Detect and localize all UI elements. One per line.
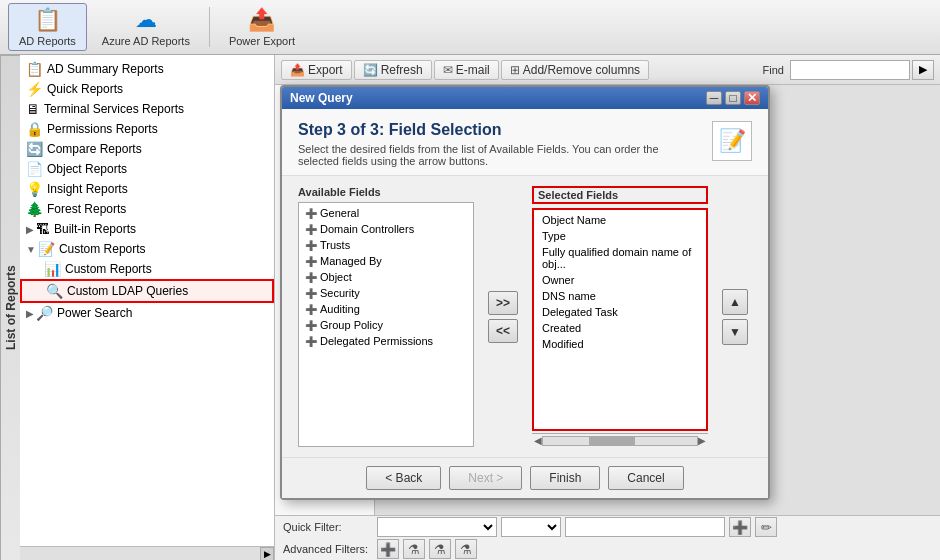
sidebar-item-permissions[interactable]: 🔒 Permissions Reports (20, 119, 274, 139)
export-label: Export (308, 63, 343, 77)
tab-power-export[interactable]: 📤 Power Export (218, 3, 306, 51)
sidebar-item-builtin[interactable]: ▶ 🏗 Built-in Reports (20, 219, 274, 239)
dialog-minimize-button[interactable]: ─ (706, 91, 722, 105)
sidebar-item-custom-reports[interactable]: 📊 Custom Reports (20, 259, 274, 279)
ad-reports-label: AD Reports (19, 35, 76, 47)
scroll-left-arrow[interactable]: ◀ (534, 435, 542, 446)
sidebar-item-forest[interactable]: 🌲 Forest Reports (20, 199, 274, 219)
sidebar-item-label: AD Summary Reports (47, 62, 164, 76)
add-fields-button[interactable]: >> (488, 291, 518, 315)
custom-reports-icon: 📊 (44, 261, 61, 277)
cancel-button[interactable]: Cancel (608, 466, 683, 490)
expand-icon: ➕ (305, 224, 317, 235)
sidebar-item-label: Custom LDAP Queries (67, 284, 188, 298)
dialog-close-button[interactable]: ✕ (744, 91, 760, 105)
back-button[interactable]: < Back (366, 466, 441, 490)
sidebar-item-terminal[interactable]: 🖥 Terminal Services Reports (20, 99, 274, 119)
up-icon: ▲ (729, 295, 741, 309)
scroll-right-btn[interactable]: ▶ (260, 547, 274, 561)
selected-list-scrollbar[interactable]: ◀ ▶ (532, 433, 708, 447)
field-group-dc[interactable]: ➕Domain Controllers (301, 221, 471, 237)
email-icon: ✉ (443, 63, 453, 77)
dialog-header-icon: 📝 (712, 121, 752, 161)
selected-field-dns[interactable]: DNS name (536, 288, 704, 304)
export-button[interactable]: 📤 Export (281, 60, 352, 80)
selected-field-delegated-task[interactable]: Delegated Task (536, 304, 704, 320)
funnel3-icon-btn[interactable]: ⚗ (455, 539, 477, 559)
forest-icon: 🌲 (26, 201, 43, 217)
field-group-grouppolicy[interactable]: ➕Group Policy (301, 317, 471, 333)
custom-group-arrow: ▼ (26, 244, 36, 255)
quick-filter-select[interactable] (377, 517, 497, 537)
sidebar-item-compare[interactable]: 🔄 Compare Reports (20, 139, 274, 159)
refresh-button[interactable]: 🔄 Refresh (354, 60, 432, 80)
funnel2-icon-btn[interactable]: ⚗ (429, 539, 451, 559)
move-down-button[interactable]: ▼ (722, 319, 748, 345)
selected-fields-panel: Selected Fields Object Name Type Fully q… (532, 186, 708, 447)
sidebar-item-custom-ldap[interactable]: 🔍 Custom LDAP Queries (20, 279, 274, 303)
sidebar-item-label: Forest Reports (47, 202, 126, 216)
scroll-thumb (589, 437, 635, 445)
quick-icon: ⚡ (26, 81, 43, 97)
finish-button[interactable]: Finish (530, 466, 600, 490)
remove-icon: << (496, 324, 510, 338)
sidebar-tab[interactable]: List of Reports (0, 55, 20, 560)
find-input[interactable] (790, 60, 910, 80)
next-button[interactable]: Next > (449, 466, 522, 490)
selected-fields-list[interactable]: Object Name Type Fully qualified domain … (532, 208, 708, 431)
sidebar-item-power-search[interactable]: ▶ 🔎 Power Search (20, 303, 274, 323)
field-group-delegated[interactable]: ➕Delegated Permissions (301, 333, 471, 349)
scroll-track[interactable] (542, 436, 698, 446)
sidebar-item-insight[interactable]: 💡 Insight Reports (20, 179, 274, 199)
dialog-maximize-button[interactable]: □ (725, 91, 741, 105)
finish-label: Finish (549, 471, 581, 485)
scroll-track[interactable] (14, 547, 260, 560)
add-remove-button[interactable]: ⊞ Add/Remove columns (501, 60, 649, 80)
add-filter-button[interactable]: ➕ (729, 517, 751, 537)
field-group-general[interactable]: ➕General (301, 205, 471, 221)
selected-field-fqdn[interactable]: Fully qualified domain name of obj... (536, 244, 704, 272)
expand-icon: ➕ (305, 208, 317, 219)
advanced-filter-label: Advanced Filters: (283, 543, 373, 555)
selected-field-type[interactable]: Type (536, 228, 704, 244)
terminal-icon: 🖥 (26, 101, 40, 117)
quick-filter-op[interactable] (501, 517, 561, 537)
available-fields-list[interactable]: ➕General ➕Domain Controllers ➕Trusts ➕Ma… (298, 202, 474, 447)
tab-azure-reports[interactable]: ☁ Azure AD Reports (91, 3, 201, 51)
find-go-button[interactable]: ▶ (912, 60, 934, 80)
sidebar-item-quick[interactable]: ⚡ Quick Reports (20, 79, 274, 99)
reorder-buttons: ▲ ▼ (718, 186, 752, 447)
funnel-icon-btn[interactable]: ⚗ (403, 539, 425, 559)
move-up-button[interactable]: ▲ (722, 289, 748, 315)
draw-filter-button[interactable]: ✏ (755, 517, 777, 537)
selected-field-object-name[interactable]: Object Name (536, 212, 704, 228)
sidebar-item-custom-group[interactable]: ▼ 📝 Custom Reports (20, 239, 274, 259)
field-group-object[interactable]: ➕Object (301, 269, 471, 285)
sidebar-tab-label: List of Reports (4, 266, 18, 351)
field-group-managed[interactable]: ➕Managed By (301, 253, 471, 269)
add-advanced-filter-button[interactable]: ➕ (377, 539, 399, 559)
sidebar-item-ad-summary[interactable]: 📋 AD Summary Reports (20, 59, 274, 79)
selected-field-created[interactable]: Created (536, 320, 704, 336)
transfer-buttons: >> << (484, 186, 522, 447)
power-export-icon: 📤 (248, 7, 275, 33)
left-scrollbar: ◀ ▶ (0, 546, 274, 560)
sidebar-content: 📋 AD Summary Reports ⚡ Quick Reports 🖥 T… (20, 55, 274, 546)
tab-ad-reports[interactable]: 📋 AD Reports (8, 3, 87, 51)
email-button[interactable]: ✉ E-mail (434, 60, 499, 80)
selected-field-owner[interactable]: Owner (536, 272, 704, 288)
sidebar-item-label: Object Reports (47, 162, 127, 176)
expand-icon: ➕ (305, 320, 317, 331)
custom-ldap-icon: 🔍 (46, 283, 63, 299)
field-group-trusts[interactable]: ➕Trusts (301, 237, 471, 253)
minimize-icon: ─ (710, 91, 719, 105)
quick-filter-input[interactable] (565, 517, 725, 537)
scroll-right-arrow[interactable]: ▶ (698, 435, 706, 446)
sidebar-item-object[interactable]: 📄 Object Reports (20, 159, 274, 179)
remove-fields-button[interactable]: << (488, 319, 518, 343)
field-group-security[interactable]: ➕Security (301, 285, 471, 301)
selected-field-modified[interactable]: Modified (536, 336, 704, 352)
next-label: Next > (468, 471, 503, 485)
field-group-auditing[interactable]: ➕Auditing (301, 301, 471, 317)
available-fields-panel: Available Fields ➕General ➕Domain Contro… (298, 186, 474, 447)
